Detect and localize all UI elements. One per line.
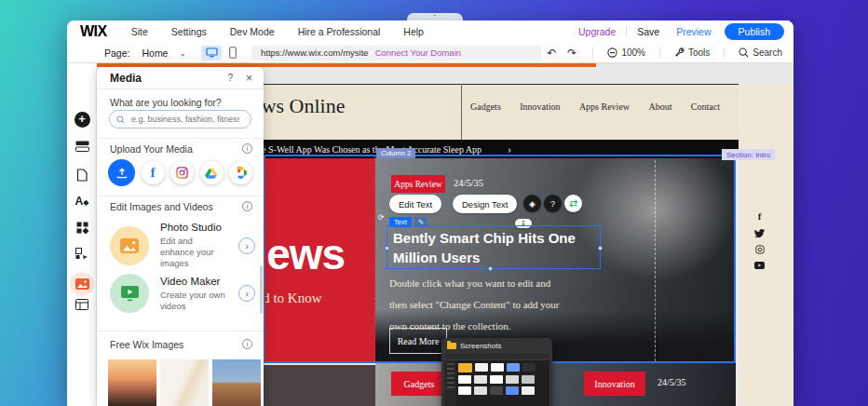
media-search-input[interactable] [129, 114, 241, 125]
design-text-button[interactable]: Design Text [453, 195, 517, 213]
wix-logo[interactable]: WIX [80, 23, 107, 40]
file-thumbnail[interactable] [458, 386, 471, 395]
site-nav-item[interactable]: Innovation [520, 102, 560, 112]
desktop-view-button[interactable] [201, 46, 222, 61]
social-icons-column: f [754, 210, 765, 269]
site-nav-item[interactable]: About [648, 102, 671, 112]
info-icon[interactable]: i [242, 143, 252, 154]
menu-dev-mode[interactable]: Dev Mode [230, 26, 275, 37]
page-selector[interactable]: Home ⌄ [142, 47, 186, 59]
help-icon[interactable]: ? [227, 73, 233, 83]
redo-button[interactable]: ↷ [567, 47, 576, 60]
file-thumbnail[interactable] [522, 375, 535, 384]
resize-handle[interactable] [598, 246, 603, 250]
facebook-icon: f [151, 166, 156, 181]
stock-image-thumbnail[interactable] [160, 359, 209, 406]
video-maker-row[interactable]: Video Maker Create your own videos › [110, 274, 255, 313]
site-url-bar[interactable]: https://www.wix.com/mysite Connect Your … [251, 46, 541, 61]
cms-button[interactable] [67, 299, 97, 310]
mobile-view-button[interactable] [229, 47, 237, 59]
change-text-button[interactable]: ⇄ [564, 195, 582, 212]
info-icon[interactable]: i [242, 201, 252, 211]
facebook-icon[interactable]: f [758, 210, 762, 222]
apps-review-badge[interactable]: Apps Review [391, 175, 445, 193]
pages-button[interactable] [67, 169, 97, 182]
media-button-active[interactable] [67, 272, 97, 296]
article-date[interactable]: 24/5/35 [454, 178, 483, 188]
file-thumbnail[interactable] [474, 375, 487, 384]
menu-settings[interactable]: Settings [171, 26, 207, 37]
file-thumbnail[interactable] [522, 363, 536, 372]
upload-section-label: Upload Your Media [110, 143, 193, 155]
file-thumbnail[interactable] [507, 363, 520, 372]
file-thumbnail[interactable] [490, 386, 503, 395]
chevron-right-icon[interactable]: › [238, 237, 255, 254]
site-nav-item[interactable]: Contact [691, 102, 720, 112]
search-icon [739, 47, 749, 58]
publish-button[interactable]: Publish [725, 23, 784, 40]
file-thumbnail[interactable] [522, 386, 535, 395]
file-thumbnail[interactable] [506, 375, 519, 384]
file-thumbnail[interactable] [490, 375, 503, 384]
instagram-import-button[interactable] [170, 161, 194, 184]
file-thumbnail[interactable] [491, 363, 504, 372]
facebook-import-button[interactable]: f [142, 161, 165, 184]
ticker-arrow-icon[interactable]: › [508, 142, 511, 156]
file-thumbnail[interactable] [458, 375, 471, 384]
innovation-badge[interactable]: Innovation [584, 372, 645, 396]
wrench-icon [674, 47, 685, 58]
panel-scrollbar[interactable] [260, 265, 263, 314]
zoom-control[interactable]: 100% [607, 47, 645, 58]
article-heading[interactable]: Bently Smart Chip Hits One Million Users [393, 228, 598, 267]
connect-domain-link[interactable]: Connect Your Domain [375, 47, 461, 58]
section-tag[interactable]: Section: Intro [722, 149, 775, 160]
google-photos-import-button[interactable] [229, 161, 252, 184]
youtube-icon[interactable] [754, 262, 765, 269]
page-icon [76, 169, 88, 182]
site-design-button[interactable]: A◆ [67, 195, 97, 208]
site-url: https://www.wix.com/mysite [261, 47, 369, 58]
upload-button[interactable] [108, 159, 135, 186]
file-thumbnail[interactable] [506, 386, 519, 395]
menu-help[interactable]: Help [403, 26, 424, 37]
add-section-button[interactable] [67, 141, 97, 152]
gadgets-badge[interactable]: Gadgets [391, 372, 447, 396]
close-icon[interactable]: × [246, 72, 252, 85]
rotate-handle[interactable]: ⟳ [375, 212, 387, 223]
menu-hire-professional[interactable]: Hire a Professional [298, 26, 381, 37]
menu-site[interactable]: Site [131, 26, 148, 37]
edit-text-button[interactable]: Edit Text [389, 195, 441, 213]
add-elements-button[interactable]: + [67, 112, 97, 128]
site-nav-item[interactable]: Gadgets [470, 102, 501, 112]
heading-selection-box[interactable]: Bently Smart Chip Hits One Million Users [387, 225, 601, 269]
twitter-icon[interactable] [754, 229, 765, 237]
undo-button[interactable]: ↶ [547, 47, 556, 60]
stock-image-thumbnail[interactable] [108, 359, 156, 406]
help-bubble-button[interactable]: ? [544, 195, 562, 212]
stock-image-thumbnail[interactable] [212, 359, 261, 406]
instagram-icon [176, 167, 188, 179]
info-icon[interactable]: i [242, 339, 252, 349]
file-explorer-window[interactable]: Screenshots [441, 338, 552, 406]
file-thumbnail[interactable] [475, 363, 488, 372]
save-button[interactable]: Save [637, 26, 659, 37]
site-nav-item[interactable]: Apps Review [579, 102, 630, 112]
folder-thumbnail[interactable] [458, 363, 472, 372]
search-button[interactable]: Search [739, 47, 782, 58]
media-search-box[interactable] [109, 110, 251, 129]
tools-button[interactable]: Tools [674, 47, 710, 58]
upgrade-link[interactable]: Upgrade [578, 26, 616, 37]
preview-button[interactable]: Preview [676, 26, 711, 37]
file-thumbnail[interactable] [474, 386, 487, 395]
photo-studio-row[interactable]: Photo Studio Edit and enhance your image… [110, 222, 255, 269]
app-market-button[interactable] [67, 222, 97, 234]
column-tag[interactable]: Column 2 [376, 148, 415, 158]
resize-handle[interactable] [488, 266, 493, 271]
animation-button[interactable]: ◈ [523, 195, 541, 212]
google-drive-import-button[interactable] [200, 161, 224, 184]
instagram-icon[interactable] [755, 245, 765, 254]
read-more-button[interactable]: Read More [389, 328, 447, 354]
chevron-right-icon[interactable]: › [238, 285, 255, 302]
resize-handle[interactable] [385, 246, 389, 250]
quick-add-button[interactable] [67, 248, 97, 260]
